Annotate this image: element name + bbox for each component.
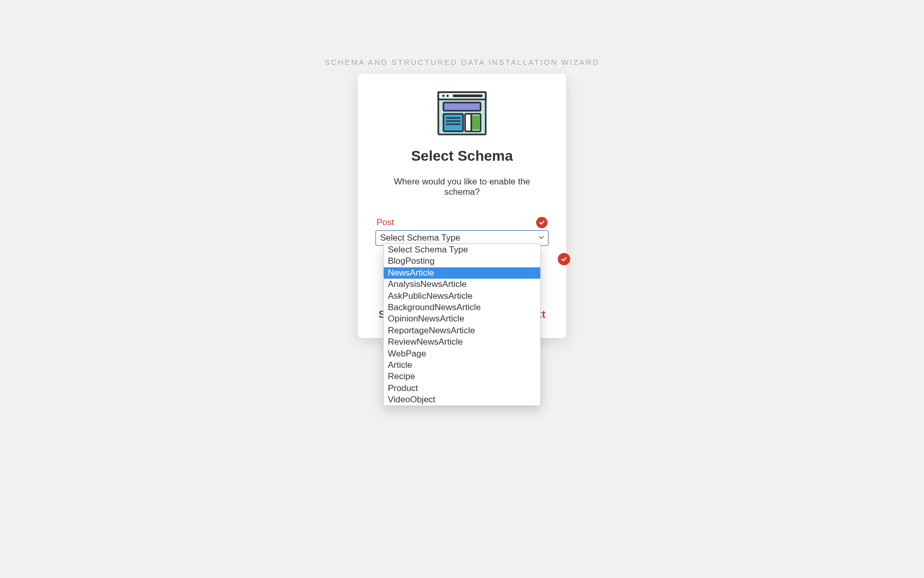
dropdown-option[interactable]: AskPublicNewsArticle (384, 291, 540, 302)
svg-rect-4 (453, 95, 483, 97)
checkmark-icon (558, 253, 570, 265)
dropdown-option[interactable]: Article (384, 360, 540, 371)
schema-type-select-value: Select Schema Type (380, 233, 460, 243)
dropdown-option[interactable]: VideoObject (384, 394, 540, 405)
schema-type-dropdown[interactable]: Select Schema TypeBlogPostingNewsArticle… (383, 244, 541, 406)
card-title: Select Schema (375, 148, 549, 164)
webpage-layout-icon (437, 91, 487, 135)
svg-rect-6 (443, 114, 463, 131)
dropdown-option[interactable]: ReportageNewsArticle (384, 325, 540, 336)
dropdown-option[interactable]: WebPage (384, 348, 540, 360)
svg-point-3 (447, 95, 449, 97)
dropdown-option[interactable]: Select Schema Type (384, 244, 540, 256)
dropdown-option[interactable]: OpinionNewsArticle (384, 313, 540, 325)
checkmark-icon (536, 217, 547, 228)
card-subtitle: Where would you like to enable the schem… (375, 177, 549, 197)
dropdown-option[interactable]: ReviewNewsArticle (384, 336, 540, 348)
svg-rect-11 (471, 115, 480, 130)
dropdown-option[interactable]: NewsArticle (384, 267, 540, 279)
field-label-post: Post (377, 217, 394, 228)
hero-illustration (375, 91, 549, 135)
field-row-post: Post (375, 217, 549, 228)
svg-point-2 (442, 95, 444, 97)
dropdown-option[interactable]: BackgroundNewsArticle (384, 302, 540, 313)
dropdown-option[interactable]: AnalysisNewsArticle (384, 279, 540, 290)
eyebrow-title: SCHEMA AND STRUCTURED DATA INSTALLATION … (0, 58, 924, 66)
svg-rect-5 (443, 103, 481, 111)
stage: SCHEMA AND STRUCTURED DATA INSTALLATION … (0, 0, 924, 578)
dropdown-option[interactable]: BlogPosting (384, 256, 540, 267)
dropdown-option[interactable]: Recipe (384, 371, 540, 382)
dropdown-option[interactable]: Product (384, 383, 540, 394)
